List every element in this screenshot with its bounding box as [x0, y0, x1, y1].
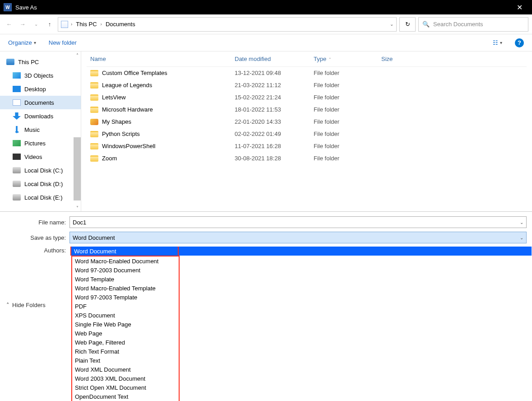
file-name: LetsView [102, 94, 126, 101]
up-button[interactable]: ↑ [44, 19, 55, 30]
file-name: Python Scripts [102, 131, 140, 137]
address-bar[interactable]: › This PC › Documents ⌄ [58, 17, 397, 32]
tree-item[interactable]: Documents [0, 96, 81, 109]
browser-area: This PC3D ObjectsDesktopDocumentsDownloa… [0, 51, 532, 211]
hide-folders-button[interactable]: ˄ Hide Folders [6, 302, 46, 308]
chevron-down-icon[interactable]: ⌄ [520, 235, 523, 240]
save-type-dropdown[interactable]: Word DocumentWord Macro-Enabled Document… [71, 247, 532, 401]
scroll-up-icon[interactable]: ˄ [74, 51, 81, 59]
search-box[interactable]: 🔍 Search Documents [418, 17, 528, 32]
col-size[interactable]: Size [378, 56, 418, 62]
toolbar: Organize ▾ New folder ☷ ▾ ? [0, 34, 532, 51]
tree-item[interactable]: Desktop [0, 82, 81, 96]
nav-bar: ← → ⌄ ↑ › This PC › Documents ⌄ ↻ 🔍 Sear… [0, 14, 532, 34]
file-type: File folder [310, 155, 378, 162]
chevron-down-icon[interactable]: ⌄ [520, 220, 523, 225]
tree-item-label: Downloads [24, 113, 53, 120]
organize-button[interactable]: Organize ▾ [8, 39, 36, 46]
file-row[interactable]: LetsView15-02-2022 21:24File folder [87, 91, 527, 103]
pc-icon [6, 59, 14, 65]
file-name: League of Legends [102, 82, 152, 89]
folder-icon [90, 143, 98, 149]
tree-item-label: Desktop [24, 86, 46, 93]
type-option[interactable]: Single File Web Page [72, 320, 179, 329]
nav-tree[interactable]: This PC3D ObjectsDesktopDocumentsDownloa… [0, 51, 81, 211]
refresh-button[interactable]: ↻ [399, 17, 416, 32]
col-name[interactable]: Name [87, 56, 231, 62]
file-row[interactable]: Custom Office Templates13-12-2021 09:48F… [87, 67, 527, 79]
tree-item-label: Documents [24, 99, 54, 106]
file-row[interactable]: Microsoft Hardware18-01-2022 11:53File f… [87, 103, 527, 116]
type-option[interactable]: Web Page, Filtered [72, 338, 179, 347]
chevron-down-icon: ▾ [500, 40, 502, 45]
type-option[interactable]: OpenDocument Text [72, 392, 179, 401]
file-row[interactable]: League of Legends21-03-2022 11:12File fo… [87, 79, 527, 91]
shapes-folder-icon [90, 119, 98, 125]
tree-scrollbar[interactable]: ˄ ˅ [74, 51, 81, 211]
tree-item[interactable]: Videos [0, 150, 81, 163]
recent-locations-button[interactable]: ⌄ [31, 19, 42, 30]
music-icon [13, 126, 21, 133]
tree-item[interactable]: Pictures [0, 136, 81, 150]
folder-icon [90, 82, 98, 89]
help-button[interactable]: ? [515, 38, 524, 47]
refresh-icon: ↻ [405, 21, 410, 28]
file-date: 30-08-2021 18:28 [231, 155, 310, 162]
new-folder-button[interactable]: New folder [49, 39, 77, 46]
titlebar: W Save As ✕ [0, 0, 532, 14]
type-option[interactable]: Word 97-2003 Template [72, 293, 179, 302]
breadcrumb-child[interactable]: Documents [105, 21, 136, 28]
type-option[interactable]: Web Page [72, 329, 179, 338]
disk-icon [13, 167, 21, 173]
back-button[interactable]: ← [4, 19, 14, 30]
folder-icon [90, 107, 98, 113]
docs-icon [13, 99, 21, 106]
file-date: 02-02-2022 01:49 [231, 131, 310, 137]
filename-input[interactable]: Doc1 ⌄ [69, 216, 527, 228]
type-option[interactable]: Word Template [72, 275, 179, 284]
file-list[interactable]: Name Date modified Type˄ Size Custom Off… [81, 51, 532, 211]
address-dropdown-icon[interactable]: ⌄ [390, 22, 393, 27]
save-type-select[interactable]: Word Document ⌄ [69, 232, 527, 243]
scroll-down-icon[interactable]: ˅ [74, 204, 81, 211]
file-name: Zoom [102, 155, 117, 162]
tree-item[interactable]: Downloads [0, 109, 81, 123]
folder-icon [90, 70, 98, 76]
tree-item-label: Local Disk (C:) [24, 167, 63, 174]
tree-item[interactable]: Local Disk (E:) [0, 191, 81, 204]
tree-item[interactable]: Local Disk (D:) [0, 177, 81, 191]
type-option[interactable]: Word Document [71, 247, 532, 256]
type-option[interactable]: Word Macro-Enabled Document [72, 256, 179, 266]
file-row[interactable]: Python Scripts02-02-2022 01:49File folde… [87, 128, 527, 140]
type-option[interactable]: XPS Document [72, 311, 179, 320]
file-row[interactable]: WindowsPowerShell11-07-2021 16:28File fo… [87, 140, 527, 152]
scroll-thumb[interactable] [74, 137, 81, 200]
file-row[interactable]: My Shapes22-01-2020 14:33File folder [87, 116, 527, 128]
tree-item[interactable]: Local Disk (C:) [0, 163, 81, 177]
file-type: File folder [310, 106, 378, 113]
tree-item-label: Videos [24, 154, 42, 160]
type-option[interactable]: Word XML Document [72, 365, 179, 374]
type-option[interactable]: Plain Text [72, 356, 179, 365]
type-option[interactable]: Word 97-2003 Document [72, 266, 179, 275]
file-row[interactable]: Zoom30-08-2021 18:28File folder [87, 152, 527, 164]
type-option[interactable]: Word 2003 XML Document [72, 374, 179, 383]
tree-item[interactable]: 3D Objects [0, 69, 81, 82]
file-date: 22-01-2020 14:33 [231, 118, 310, 125]
breadcrumb-root[interactable]: This PC [75, 21, 97, 28]
col-type[interactable]: Type˄ [310, 56, 378, 62]
col-date[interactable]: Date modified [231, 56, 310, 62]
forward-button[interactable]: → [17, 19, 28, 30]
close-button[interactable]: ✕ [510, 3, 528, 12]
type-option[interactable]: PDF [72, 302, 179, 311]
search-placeholder: Search Documents [433, 21, 483, 28]
view-button[interactable]: ☷ ▾ [493, 39, 502, 46]
type-option[interactable]: Rich Text Format [72, 347, 179, 356]
pics-icon [13, 140, 21, 146]
type-option[interactable]: Strict Open XML Document [72, 383, 179, 392]
tree-item[interactable]: This PC [0, 55, 81, 69]
type-option[interactable]: Word Macro-Enabled Template [72, 284, 179, 293]
down-icon [13, 112, 21, 120]
filename-label: File name: [5, 219, 69, 226]
tree-item[interactable]: Music [0, 123, 81, 136]
